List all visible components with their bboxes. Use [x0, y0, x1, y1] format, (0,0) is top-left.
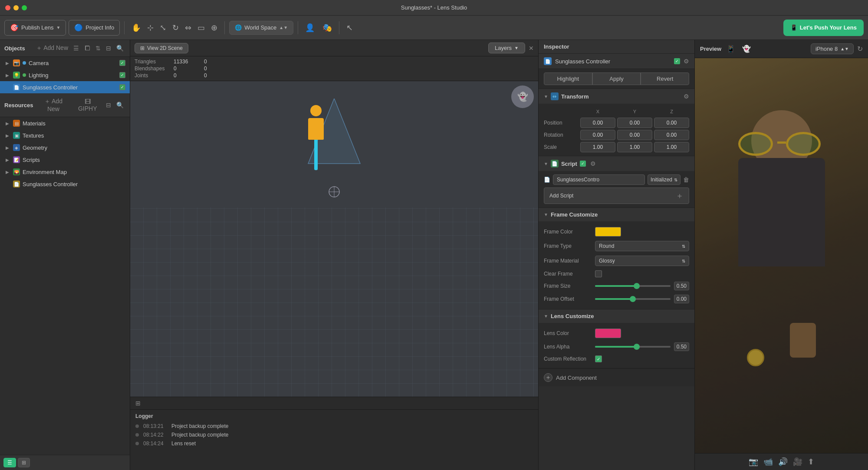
preview-phone-icon-button[interactable]: 📱 — [725, 44, 737, 54]
object-item-sunglasses[interactable]: 📄 Sunglasses Controller — [0, 81, 130, 93]
add-component-button[interactable]: ＋ Add Component — [539, 368, 694, 386]
component-visible-check[interactable]: ✓ — [674, 58, 680, 64]
apply-button[interactable]: Apply — [592, 72, 641, 85]
pointer-tool-button[interactable]: ⊹ — [145, 21, 156, 34]
frame-offset-thumb[interactable] — [630, 296, 636, 302]
rotation-x-input[interactable] — [580, 130, 615, 140]
cursor-icon-button[interactable]: ↖ — [344, 21, 355, 34]
world-space-button[interactable]: 🌐 World Space ▲▼ — [229, 21, 293, 35]
publish-lens-button[interactable]: 🎯 Publish Lens ▼ — [4, 20, 66, 36]
scene-grid-button[interactable]: ⊞ — [134, 399, 142, 408]
scene-close-button[interactable]: ✕ — [529, 45, 534, 52]
preview-share-button[interactable]: ⬆ — [808, 457, 814, 467]
frame-type-dropdown[interactable]: Round ⇅ — [595, 241, 689, 251]
frame-color-swatch[interactable] — [595, 227, 621, 237]
rotation-z-input[interactable] — [654, 130, 689, 140]
preview-record-button[interactable]: 📹 — [763, 457, 773, 467]
frame-size-thumb[interactable] — [634, 283, 640, 289]
resource-item-scripts[interactable]: ▶ 📝 Scripts — [0, 154, 130, 166]
frame-customize-header[interactable]: ▼ Frame Customize — [539, 208, 694, 221]
search-resources-button[interactable]: 🔍 — [115, 97, 125, 113]
script-visible-check[interactable]: ✓ — [580, 161, 586, 167]
close-button[interactable] — [5, 5, 10, 10]
push-lens-button[interactable]: 📱 Let's Push Your Lens — [783, 20, 864, 36]
scale-z-input[interactable] — [654, 142, 689, 152]
resource-item-materials[interactable]: ▶ ▤ Materials — [0, 117, 130, 129]
resource-item-geometry[interactable]: ▶ ◈ Geometry — [0, 141, 130, 154]
position-x-input[interactable] — [580, 118, 615, 128]
preview-screenshot-button[interactable]: 📷 — [749, 457, 758, 467]
lens-alpha-track[interactable] — [595, 346, 671, 348]
rotate-tool-button[interactable]: ↻ — [170, 21, 181, 34]
snap-face-button[interactable]: 👤 — [302, 21, 317, 34]
resource-item-sunglasses-controller[interactable]: 📄 Sunglasses Controller — [0, 178, 130, 190]
revert-button[interactable]: Revert — [641, 72, 689, 85]
transform-gear-button[interactable]: ⚙ — [684, 93, 689, 100]
sunglasses-visibility-check[interactable] — [119, 84, 125, 90]
layers-button[interactable]: Layers ▼ — [488, 43, 525, 53]
frame-size-track[interactable] — [595, 285, 671, 287]
inspector-header: Inspector — [539, 40, 694, 54]
preview-snapchat-icon-button[interactable]: 👻 — [740, 44, 753, 54]
lens-alpha-thumb[interactable] — [634, 344, 640, 350]
custom-reflection-checkbox[interactable]: ✓ — [595, 355, 602, 362]
flip-tool-button[interactable]: ⇔ — [182, 21, 194, 34]
transform-arrow-icon: ▼ — [544, 94, 548, 99]
preview-camera-switch-button[interactable]: 🎥 — [793, 457, 802, 467]
scene-view[interactable]: 👻 — [130, 81, 538, 397]
preview-volume-button[interactable]: 🔊 — [778, 457, 788, 467]
hand-tool-button[interactable]: ✋ — [129, 21, 144, 34]
camera-visibility-check[interactable] — [119, 60, 125, 66]
add-new-object-button[interactable]: ＋ Add New — [34, 43, 70, 53]
figure-head — [310, 105, 322, 116]
script-gear-button[interactable]: ⚙ — [590, 160, 596, 167]
preview-refresh-button[interactable]: ↻ — [857, 45, 863, 53]
joints-val2: 0 — [204, 72, 207, 79]
scale-x-input[interactable] — [580, 142, 615, 152]
layers-view-button[interactable]: ⧠ — [82, 43, 92, 53]
position-z-input[interactable] — [654, 118, 689, 128]
list-view-toggle[interactable]: ☰ — [3, 458, 16, 467]
project-info-button[interactable]: 🔵 Project Info — [69, 20, 120, 36]
add-script-button[interactable]: Add Script ＋ — [544, 187, 689, 204]
lighting-visibility-check[interactable] — [119, 72, 125, 78]
frame-offset-track[interactable] — [595, 298, 671, 300]
maximize-button[interactable] — [22, 5, 27, 10]
add-new-resource-button[interactable]: ＋ Add New — [36, 97, 71, 113]
resource-item-environment-map[interactable]: ▶ 🌄 Environment Map — [0, 166, 130, 178]
list-view-button[interactable]: ☰ — [72, 43, 81, 53]
filter-resources-button[interactable]: ⊟ — [104, 97, 113, 113]
object-item-lighting[interactable]: ▶ 💡 Lighting — [0, 69, 130, 81]
lens-customize-header[interactable]: ▼ Lens Customize — [539, 309, 694, 323]
view-2d-button[interactable]: ⊞ View 2D Scene — [135, 43, 188, 53]
script-section-header[interactable]: ▼ 📄 Script ✓ ⚙ — [539, 156, 694, 171]
device-selector[interactable]: iPhone 8 ▲▼ — [811, 43, 854, 54]
ar-button[interactable]: 🎭 — [320, 21, 335, 34]
crop-tool-button[interactable]: ▭ — [195, 21, 207, 34]
resource-item-textures[interactable]: ▶ ▣ Textures — [0, 129, 130, 141]
scale-y-input[interactable] — [617, 142, 652, 152]
preview-title: Preview — [700, 46, 721, 52]
highlight-button[interactable]: Highlight — [544, 72, 592, 85]
object-item-camera[interactable]: ▶ 📷 Camera — [0, 57, 130, 69]
component-gear-button[interactable]: ⚙ — [684, 58, 689, 65]
minimize-button[interactable] — [13, 5, 19, 10]
preview-view — [695, 58, 868, 453]
giphy-button[interactable]: 🎞 GIPHY — [72, 97, 102, 113]
clear-frame-checkbox[interactable] — [595, 270, 602, 277]
scale-tool-button[interactable]: ⤡ — [157, 21, 169, 34]
objects-list: ▶ 📷 Camera ▶ 💡 Lighting 📄 Sunglasses Con… — [0, 57, 130, 93]
log-dot-2 — [135, 442, 139, 445]
position-y-input[interactable] — [617, 118, 652, 128]
search-objects-button[interactable]: 🔍 — [115, 43, 125, 53]
grid-view-toggle[interactable]: ⊞ — [18, 458, 30, 467]
script-status-dropdown[interactable]: Initialized ⇅ — [648, 174, 681, 185]
filter-objects-button[interactable]: ⊟ — [104, 43, 113, 53]
frame-material-dropdown[interactable]: Glossy ⇅ — [595, 256, 689, 266]
transform-header[interactable]: ▼ ⇔ Transform ⚙ — [539, 89, 694, 104]
anchor-tool-button[interactable]: ⊕ — [208, 21, 220, 34]
script-delete-button[interactable]: 🗑 — [683, 176, 689, 183]
lens-color-swatch[interactable] — [595, 329, 621, 338]
rotation-y-input[interactable] — [617, 130, 652, 140]
sort-button[interactable]: ⇅ — [94, 43, 102, 53]
